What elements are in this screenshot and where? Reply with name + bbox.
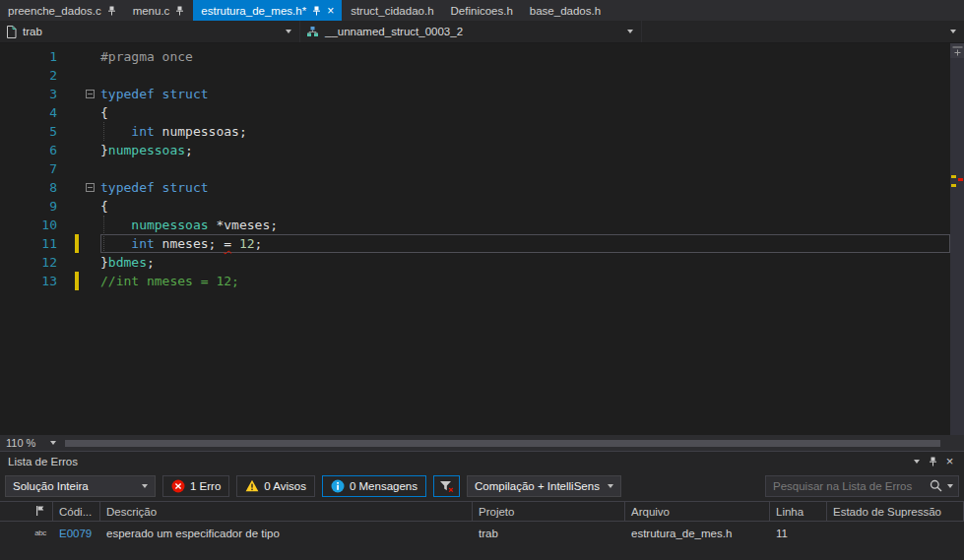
- code-line-8[interactable]: 8typedef struct: [0, 178, 950, 197]
- line-column-header[interactable]: Linha: [770, 502, 827, 521]
- code-line-7[interactable]: 7: [0, 159, 950, 178]
- tab-preenche-dados-c[interactable]: preenche_dados.c: [0, 0, 124, 21]
- code-line-9[interactable]: 9{: [0, 197, 950, 216]
- errors-filter-button[interactable]: 1 Erro: [162, 475, 229, 497]
- project-scope-dropdown[interactable]: trab: [0, 21, 300, 42]
- source-filter-dropdown[interactable]: Compilação + IntelliSens: [467, 475, 621, 497]
- warnings-filter-button[interactable]: 0 Avisos: [236, 475, 315, 497]
- severity-column-icon: [35, 506, 44, 518]
- pin-icon[interactable]: [107, 6, 116, 16]
- project-column-header[interactable]: Projeto: [473, 502, 625, 521]
- horizontal-scrollbar-thumb[interactable]: [65, 440, 940, 447]
- code-text: #pragma once: [100, 47, 950, 66]
- tab-label: struct_cidadao.h: [351, 5, 433, 17]
- code-column-header[interactable]: Códi...: [53, 502, 100, 521]
- chevron-down-icon: [627, 30, 633, 33]
- chevron-down-icon: [950, 30, 956, 33]
- suppression-column-header[interactable]: Estado de Supressão: [827, 502, 964, 521]
- member-scope-dropdown[interactable]: [642, 21, 964, 42]
- line-number: 7: [0, 159, 57, 178]
- error-rows: abcE0079esperado um especificador de tip…: [0, 522, 964, 560]
- code-text: typedef struct: [100, 85, 950, 103]
- code-line-13[interactable]: 13//int nmeses = 12;: [0, 272, 950, 290]
- error-file: estrutura_de_mes.h: [625, 528, 770, 539]
- code-line-11[interactable]: 11 int nmeses; = 12;: [0, 234, 950, 253]
- close-icon[interactable]: ×: [941, 454, 958, 468]
- tab-estrutura-de-mes-h[interactable]: estrutura_de_mes.h*×: [193, 0, 342, 21]
- code-text: [100, 159, 950, 178]
- code-text: {: [100, 103, 950, 122]
- fold-margin: [79, 47, 100, 66]
- fold-margin[interactable]: [79, 85, 100, 103]
- chevron-down-icon: [142, 484, 148, 488]
- description-column-header[interactable]: Descrição: [100, 502, 473, 521]
- fold-margin: [79, 234, 100, 253]
- errors-filter-label: 1 Erro: [190, 480, 221, 492]
- search-icon[interactable]: [930, 479, 942, 492]
- tab-struct-cidadao-h[interactable]: struct_cidadao.h: [343, 0, 441, 21]
- severity-column-header[interactable]: [28, 502, 53, 521]
- code-text: }bdmes;: [100, 253, 950, 272]
- code-line-5[interactable]: 5 int numpessoas;: [0, 122, 950, 141]
- line-number: 2: [0, 66, 57, 85]
- search-input[interactable]: [773, 480, 925, 492]
- vertical-scrollbar[interactable]: [950, 43, 964, 435]
- window-position-icon[interactable]: [908, 460, 925, 464]
- pin-icon[interactable]: [312, 6, 321, 16]
- filter-button[interactable]: [433, 475, 460, 497]
- code-line-3[interactable]: 3typedef struct: [0, 85, 950, 103]
- error-list-panel: Lista de Erros × Solução Inteira 1 Erro: [0, 451, 964, 560]
- tab-definicoes-h[interactable]: Definicoes.h: [443, 0, 521, 21]
- scope-filter-dropdown[interactable]: Solução Inteira: [5, 475, 156, 497]
- tab-label: preenche_dados.c: [8, 5, 101, 17]
- code-line-2[interactable]: 2: [0, 66, 950, 85]
- fold-margin: [79, 197, 100, 216]
- error-row[interactable]: abcE0079esperado um especificador de tip…: [0, 522, 964, 544]
- zoom-control[interactable]: 110 %: [0, 435, 63, 451]
- panel-header: Lista de Erros ×: [0, 452, 964, 470]
- line-number: 3: [0, 85, 57, 103]
- horizontal-scrollbar[interactable]: [63, 435, 950, 451]
- ide-window: preenche_dados.cmenu.cestrutura_de_mes.h…: [0, 0, 964, 560]
- navigation-bar: trab __unnamed_struct_0003_2: [0, 21, 964, 43]
- code-line-10[interactable]: 10 numpessoas *vmeses;: [0, 216, 950, 234]
- panel-title: Lista de Erros: [8, 456, 78, 467]
- tab-menu-c[interactable]: menu.c: [125, 0, 193, 21]
- code-line-1[interactable]: 1#pragma once: [0, 47, 950, 66]
- messages-filter-label: 0 Mensagens: [350, 480, 418, 492]
- code-line-6[interactable]: 6}numpessoas;: [0, 141, 950, 159]
- fold-margin: [79, 141, 100, 159]
- split-editor-handle[interactable]: [950, 43, 964, 58]
- tab-base-dados-h[interactable]: base_dados.h: [522, 0, 609, 21]
- collapse-region-icon[interactable]: [86, 90, 95, 98]
- error-description: esperado um especificador de tipo: [100, 528, 473, 539]
- line-number: 13: [0, 272, 57, 290]
- line-number: 9: [0, 197, 57, 216]
- chevron-down-icon: [50, 441, 56, 445]
- tab-label: Definicoes.h: [451, 5, 513, 17]
- fold-margin: [79, 272, 100, 290]
- type-scope-dropdown[interactable]: __unnamed_struct_0003_2: [300, 21, 642, 42]
- error-mark: [958, 178, 963, 181]
- error-project: trab: [473, 528, 625, 539]
- messages-filter-button[interactable]: 0 Mensagens: [322, 475, 426, 497]
- file-column-header[interactable]: Arquivo: [625, 502, 770, 521]
- fold-margin[interactable]: [79, 178, 100, 197]
- line-number: 4: [0, 103, 57, 122]
- chevron-down-icon[interactable]: [947, 484, 953, 488]
- pin-icon[interactable]: [925, 457, 941, 467]
- header-gutter: [0, 502, 28, 521]
- type-scope-label: __unnamed_struct_0003_2: [325, 26, 463, 37]
- code-text: int nmeses; = 12;: [100, 234, 950, 253]
- editor-bottom-bar: 110 %: [0, 435, 964, 451]
- error-table-header: Códi... Descrição Projeto Arquivo Linha …: [0, 501, 964, 522]
- pin-icon[interactable]: [175, 6, 184, 16]
- error-code-link[interactable]: E0079: [59, 528, 92, 539]
- code-editor[interactable]: 1#pragma once23typedef struct4{5 int num…: [0, 43, 964, 435]
- code-text: }numpessoas;: [100, 141, 950, 159]
- collapse-region-icon[interactable]: [86, 183, 95, 192]
- code-line-4[interactable]: 4{: [0, 103, 950, 122]
- code-line-12[interactable]: 12}bdmes;: [0, 253, 950, 272]
- file-icon: [6, 26, 17, 38]
- close-icon[interactable]: ×: [327, 5, 334, 17]
